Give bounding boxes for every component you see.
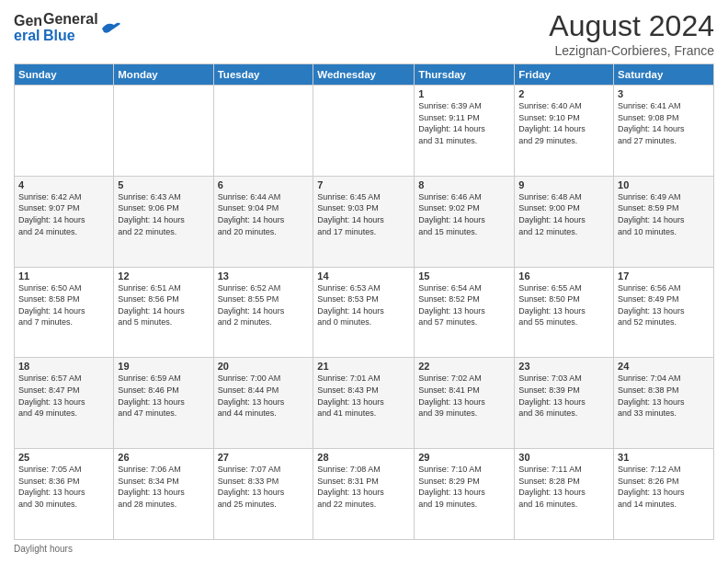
day-number: 20: [218, 361, 310, 372]
day-number: 15: [418, 270, 510, 282]
calendar-week-3: 11Sunrise: 6:50 AM Sunset: 8:58 PM Dayli…: [15, 267, 714, 358]
calendar-cell: 21Sunrise: 7:01 AM Sunset: 8:43 PM Dayli…: [313, 358, 415, 449]
day-info: Sunrise: 6:44 AM Sunset: 9:04 PM Dayligh…: [218, 191, 310, 237]
day-info: Sunrise: 6:50 AM Sunset: 8:58 PM Dayligh…: [18, 282, 109, 328]
day-info: Sunrise: 6:55 AM Sunset: 8:50 PM Dayligh…: [518, 282, 609, 328]
footer: Daylight hours: [14, 544, 714, 554]
calendar-cell: 8Sunrise: 6:46 AM Sunset: 9:02 PM Daylig…: [415, 176, 515, 267]
day-info: Sunrise: 7:00 AM Sunset: 8:44 PM Dayligh…: [218, 373, 310, 419]
day-number: 13: [218, 270, 310, 282]
day-number: 2: [518, 88, 609, 99]
day-info: Sunrise: 6:59 AM Sunset: 8:46 PM Dayligh…: [118, 373, 209, 419]
calendar-cell: 30Sunrise: 7:11 AM Sunset: 8:28 PM Dayli…: [515, 449, 614, 540]
day-info: Sunrise: 7:06 AM Sunset: 8:34 PM Dayligh…: [118, 464, 209, 510]
calendar-cell: 31Sunrise: 7:12 AM Sunset: 8:26 PM Dayli…: [614, 449, 714, 540]
header-sunday: Sunday: [15, 64, 114, 86]
day-number: 26: [118, 452, 209, 463]
day-info: Sunrise: 7:05 AM Sunset: 8:36 PM Dayligh…: [18, 464, 109, 510]
calendar-cell: 13Sunrise: 6:52 AM Sunset: 8:55 PM Dayli…: [213, 267, 313, 358]
calendar-cell: 15Sunrise: 6:54 AM Sunset: 8:52 PM Dayli…: [415, 267, 515, 358]
day-number: 23: [518, 361, 609, 372]
day-info: Sunrise: 6:39 AM Sunset: 9:11 PM Dayligh…: [418, 100, 510, 146]
day-info: Sunrise: 6:54 AM Sunset: 8:52 PM Dayligh…: [418, 282, 510, 328]
day-info: Sunrise: 6:51 AM Sunset: 8:56 PM Dayligh…: [118, 282, 209, 328]
day-info: Sunrise: 7:04 AM Sunset: 8:38 PM Dayligh…: [618, 373, 710, 419]
svg-text:eral: eral: [14, 28, 40, 42]
day-number: 11: [18, 270, 109, 282]
calendar-cell: 27Sunrise: 7:07 AM Sunset: 8:33 PM Dayli…: [213, 449, 313, 540]
day-info: Sunrise: 6:56 AM Sunset: 8:49 PM Dayligh…: [618, 282, 710, 328]
day-number: 1: [418, 88, 510, 99]
calendar-table: SundayMondayTuesdayWednesdayThursdayFrid…: [14, 63, 714, 540]
calendar-cell: [15, 86, 114, 177]
calendar-cell: [313, 86, 415, 177]
day-info: Sunrise: 7:11 AM Sunset: 8:28 PM Dayligh…: [518, 464, 609, 510]
day-number: 31: [618, 452, 710, 463]
calendar-cell: 28Sunrise: 7:08 AM Sunset: 8:31 PM Dayli…: [313, 449, 415, 540]
day-info: Sunrise: 6:49 AM Sunset: 8:59 PM Dayligh…: [618, 191, 710, 237]
calendar-week-2: 4Sunrise: 6:42 AM Sunset: 9:07 PM Daylig…: [15, 176, 714, 267]
day-info: Sunrise: 6:52 AM Sunset: 8:55 PM Dayligh…: [218, 282, 310, 328]
logo-blue: Blue: [43, 28, 98, 44]
header-saturday: Saturday: [614, 64, 714, 86]
calendar-cell: 12Sunrise: 6:51 AM Sunset: 8:56 PM Dayli…: [114, 267, 213, 358]
calendar-cell: 22Sunrise: 7:02 AM Sunset: 8:41 PM Dayli…: [415, 358, 515, 449]
day-number: 16: [518, 270, 609, 282]
calendar-cell: 16Sunrise: 6:55 AM Sunset: 8:50 PM Dayli…: [515, 267, 614, 358]
header-friday: Friday: [515, 64, 614, 86]
calendar-cell: 18Sunrise: 6:57 AM Sunset: 8:47 PM Dayli…: [15, 358, 114, 449]
calendar-cell: 5Sunrise: 6:43 AM Sunset: 9:06 PM Daylig…: [114, 176, 213, 267]
page: Gen eral General Blue August 2024 Lezign…: [0, 0, 728, 563]
calendar-cell: 26Sunrise: 7:06 AM Sunset: 8:34 PM Dayli…: [114, 449, 213, 540]
calendar-cell: 6Sunrise: 6:44 AM Sunset: 9:04 PM Daylig…: [213, 176, 313, 267]
calendar-cell: 10Sunrise: 6:49 AM Sunset: 8:59 PM Dayli…: [614, 176, 714, 267]
calendar-cell: 20Sunrise: 7:00 AM Sunset: 8:44 PM Dayli…: [213, 358, 313, 449]
day-number: 8: [418, 179, 510, 190]
calendar-cell: 14Sunrise: 6:53 AM Sunset: 8:53 PM Dayli…: [313, 267, 415, 358]
day-info: Sunrise: 6:41 AM Sunset: 9:08 PM Dayligh…: [618, 100, 710, 146]
day-number: 4: [18, 179, 109, 190]
calendar-cell: 24Sunrise: 7:04 AM Sunset: 8:38 PM Dayli…: [614, 358, 714, 449]
day-number: 18: [18, 361, 109, 372]
calendar-cell: 17Sunrise: 6:56 AM Sunset: 8:49 PM Dayli…: [614, 267, 714, 358]
calendar-cell: 29Sunrise: 7:10 AM Sunset: 8:29 PM Dayli…: [415, 449, 515, 540]
day-number: 12: [118, 270, 209, 282]
day-number: 24: [618, 361, 710, 372]
calendar-cell: 2Sunrise: 6:40 AM Sunset: 9:10 PM Daylig…: [515, 86, 614, 177]
day-info: Sunrise: 7:07 AM Sunset: 8:33 PM Dayligh…: [218, 464, 310, 510]
calendar-cell: 3Sunrise: 6:41 AM Sunset: 9:08 PM Daylig…: [614, 86, 714, 177]
day-number: 10: [618, 179, 710, 190]
day-number: 9: [518, 179, 609, 190]
header-monday: Monday: [114, 64, 213, 86]
header-tuesday: Tuesday: [213, 64, 313, 86]
calendar-cell: 9Sunrise: 6:48 AM Sunset: 9:00 PM Daylig…: [515, 176, 614, 267]
day-number: 25: [18, 452, 109, 463]
day-info: Sunrise: 6:43 AM Sunset: 9:06 PM Dayligh…: [118, 191, 209, 237]
day-number: 3: [618, 88, 710, 99]
calendar-cell: 11Sunrise: 6:50 AM Sunset: 8:58 PM Dayli…: [15, 267, 114, 358]
header: Gen eral General Blue August 2024 Lezign…: [14, 9, 714, 58]
calendar-cell: 7Sunrise: 6:45 AM Sunset: 9:03 PM Daylig…: [313, 176, 415, 267]
day-number: 17: [618, 270, 710, 282]
calendar-header-row: SundayMondayTuesdayWednesdayThursdayFrid…: [15, 64, 714, 86]
calendar-cell: 23Sunrise: 7:03 AM Sunset: 8:39 PM Dayli…: [515, 358, 614, 449]
calendar-week-5: 25Sunrise: 7:05 AM Sunset: 8:36 PM Dayli…: [15, 449, 714, 540]
logo-general: General: [43, 11, 98, 28]
calendar-cell: 1Sunrise: 6:39 AM Sunset: 9:11 PM Daylig…: [415, 86, 515, 177]
day-info: Sunrise: 6:53 AM Sunset: 8:53 PM Dayligh…: [317, 282, 410, 328]
svg-text:Gen: Gen: [14, 13, 41, 29]
header-wednesday: Wednesday: [313, 64, 415, 86]
day-info: Sunrise: 7:03 AM Sunset: 8:39 PM Dayligh…: [518, 373, 609, 419]
day-number: 30: [518, 452, 609, 463]
month-year-title: August 2024: [549, 9, 714, 43]
day-number: 28: [317, 452, 410, 463]
calendar-week-1: 1Sunrise: 6:39 AM Sunset: 9:11 PM Daylig…: [15, 86, 714, 177]
day-info: Sunrise: 7:10 AM Sunset: 8:29 PM Dayligh…: [418, 464, 510, 510]
day-number: 14: [317, 270, 410, 282]
day-number: 22: [418, 361, 510, 372]
calendar-cell: 25Sunrise: 7:05 AM Sunset: 8:36 PM Dayli…: [15, 449, 114, 540]
calendar-week-4: 18Sunrise: 6:57 AM Sunset: 8:47 PM Dayli…: [15, 358, 714, 449]
logo-bird-icon: [100, 19, 122, 38]
logo: Gen eral General Blue: [14, 9, 122, 46]
day-number: 19: [118, 361, 209, 372]
